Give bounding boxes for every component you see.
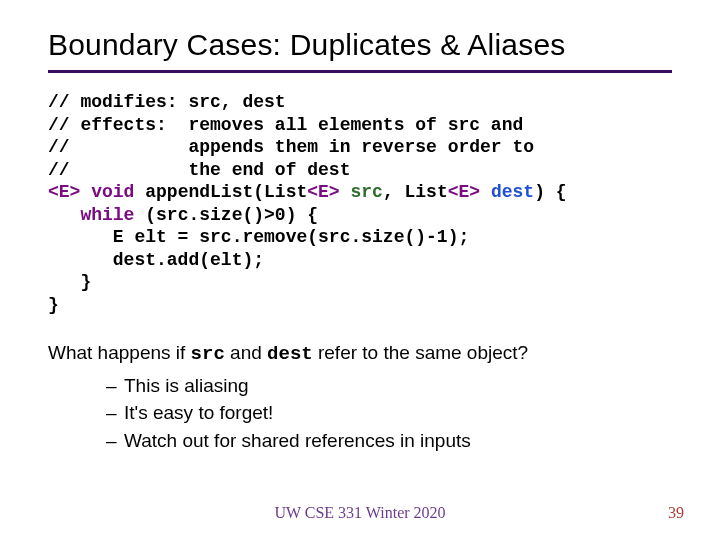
code-text: , List: [383, 182, 448, 202]
code-text: ) {: [534, 182, 566, 202]
bullet-text: It's easy to forget!: [124, 402, 273, 423]
code-param-src: src: [350, 182, 382, 202]
code-line-8: dest.add(elt);: [48, 250, 264, 270]
bullet-item: –It's easy to forget!: [106, 399, 672, 427]
code-line-7: E elt = src.remove(src.size()-1);: [48, 227, 469, 247]
code-text: dest: [242, 92, 285, 112]
code-text: appendList(List: [134, 182, 307, 202]
question-text: refer to the same object?: [313, 342, 528, 363]
code-param-dest: dest: [491, 182, 534, 202]
code-line-9: }: [48, 272, 91, 292]
code-text: [480, 182, 491, 202]
code-line-10: }: [48, 295, 59, 315]
code-block: // modifies: src, dest // effects: remov…: [48, 91, 672, 316]
question-src: src: [191, 343, 225, 365]
bullet-emphasis: aliasing: [184, 375, 248, 396]
question-dst: dest: [267, 343, 313, 365]
question-line: What happens if src and dest refer to th…: [48, 340, 672, 368]
slide-title: Boundary Cases: Duplicates & Aliases: [48, 28, 672, 62]
dash-icon: –: [106, 399, 124, 427]
code-line-6: while (src.size()>0) {: [48, 205, 318, 225]
code-text: [340, 182, 351, 202]
code-text: // modifies:: [48, 92, 188, 112]
code-text: (src.size()>0) {: [134, 205, 318, 225]
code-line-1: // modifies: src, dest: [48, 92, 286, 112]
dash-icon: –: [106, 372, 124, 400]
code-keyword: while: [80, 205, 134, 225]
question-text: and: [225, 342, 267, 363]
bullet-list: –This is aliasing –It's easy to forget! …: [106, 372, 672, 455]
title-rule: [48, 70, 672, 73]
page-number: 39: [668, 504, 684, 522]
question-text: What happens if: [48, 342, 191, 363]
code-text: ,: [221, 92, 243, 112]
code-line-5: <E> void appendList(List<E> src, List<E>…: [48, 182, 567, 202]
code-line-4: // the end of dest: [48, 160, 350, 180]
code-keyword: <E> void: [48, 182, 134, 202]
footer-text: UW CSE 331 Winter 2020: [0, 504, 720, 522]
code-line-2: // effects: removes all elements of src …: [48, 115, 523, 135]
code-keyword: <E>: [448, 182, 480, 202]
slide: Boundary Cases: Duplicates & Aliases // …: [0, 0, 720, 540]
bullet-item: –Watch out for shared references in inpu…: [106, 427, 672, 455]
code-text: [48, 205, 80, 225]
bullet-text: This is: [124, 375, 184, 396]
bullet-text: Watch out for shared references in input…: [124, 430, 471, 451]
code-line-3: // appends them in reverse order to: [48, 137, 534, 157]
code-keyword: <E>: [307, 182, 339, 202]
code-text: src: [188, 92, 220, 112]
bullet-item: –This is aliasing: [106, 372, 672, 400]
dash-icon: –: [106, 427, 124, 455]
